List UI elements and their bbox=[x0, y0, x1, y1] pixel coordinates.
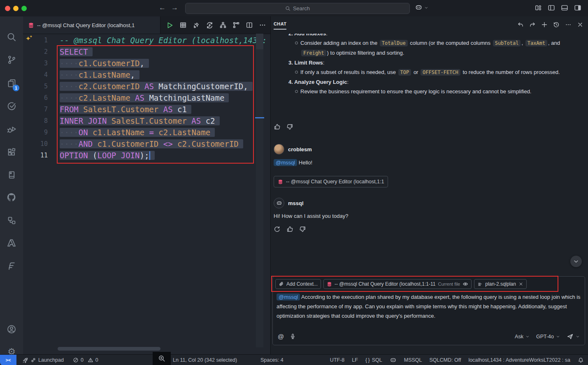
code-line: OPTION (LOOP JOIN); bbox=[60, 150, 267, 161]
chat-list-item: 4. Analyze Query Logic:Review the busine… bbox=[273, 77, 586, 96]
connection-status[interactable]: localhost,1434 : AdventureWorksLT2022 : … bbox=[468, 357, 570, 363]
connections-icon bbox=[7, 216, 16, 225]
language-mode[interactable]: { }SQL bbox=[365, 357, 382, 363]
eye-icon[interactable] bbox=[462, 281, 468, 287]
more-actions-icon[interactable] bbox=[259, 21, 266, 29]
redo-icon[interactable] bbox=[529, 21, 536, 28]
model-dropdown[interactable]: GPT-4o bbox=[536, 334, 560, 340]
sidebar-item-flyway[interactable] bbox=[0, 257, 23, 275]
horizontal-scrollbar[interactable] bbox=[58, 347, 160, 351]
sidebar-item-search[interactable] bbox=[0, 28, 23, 46]
plug-icon bbox=[30, 357, 36, 363]
account-button[interactable] bbox=[0, 320, 23, 338]
toggle-panel-icon[interactable] bbox=[561, 4, 568, 12]
editor-tab[interactable]: -- @mssql Chat Query Editor (localhost,1 bbox=[23, 16, 160, 34]
chat-list-item: 3. Limit Rows:If only a subset of result… bbox=[273, 58, 586, 77]
new-chat-icon[interactable] bbox=[541, 21, 548, 28]
more-actions-icon[interactable] bbox=[565, 21, 572, 28]
launchpad-button[interactable]: Launchpad bbox=[22, 357, 64, 363]
retry-icon[interactable] bbox=[274, 226, 281, 233]
sidebar-item-testing[interactable] bbox=[0, 97, 23, 115]
search-input[interactable]: Search bbox=[185, 3, 410, 14]
close-window-button[interactable] bbox=[5, 6, 10, 11]
copilot-icon bbox=[390, 357, 397, 364]
explorer-badge: 1 bbox=[13, 85, 19, 91]
toggle-primary-sidebar-icon[interactable] bbox=[548, 4, 555, 12]
nav-back-icon[interactable]: ← bbox=[159, 4, 166, 12]
sidebar-item-notebooks[interactable] bbox=[0, 166, 23, 184]
database-icon bbox=[327, 282, 332, 287]
cursor-position[interactable]: Ln 11, Col 20 (342 selected) bbox=[173, 357, 237, 363]
estimated-plan-icon[interactable] bbox=[219, 21, 227, 29]
launchpad-label: Launchpad bbox=[38, 357, 64, 363]
scroll-to-bottom-button[interactable] bbox=[570, 256, 582, 267]
change-connection-icon[interactable] bbox=[206, 21, 214, 29]
assistant-message-text: Hi! How can I assist you today? bbox=[274, 213, 348, 219]
tab-chat[interactable]: CHAT bbox=[274, 21, 286, 30]
code-editor[interactable]: ✦✦ 1234567891011 -- @mssql Chat Query Ed… bbox=[23, 34, 270, 354]
run-query-icon[interactable] bbox=[166, 21, 174, 29]
minimize-window-button[interactable] bbox=[13, 6, 19, 11]
code-lines: -- @mssql Chat Query Editor (localhost,1… bbox=[60, 35, 267, 161]
tab-label: -- @mssql Chat Query Editor (localhost,1 bbox=[37, 22, 135, 28]
chat-panel: CHAT 2. Add Indexes:Consider adding an i… bbox=[270, 16, 588, 354]
sidebar-item-github[interactable] bbox=[0, 188, 23, 206]
close-icon[interactable] bbox=[577, 21, 583, 28]
chat-input-box[interactable]: Add Context... -- @mssql Chat Query Edit… bbox=[272, 276, 585, 345]
context-chip-sqlplan[interactable]: plan-2.sqlplan bbox=[474, 279, 527, 289]
screen-zoom-button[interactable] bbox=[153, 352, 171, 365]
add-context-button[interactable]: Add Context... bbox=[275, 279, 321, 289]
indentation-setting[interactable]: Spaces: 4 bbox=[260, 357, 284, 363]
sidebar-item-extensions[interactable] bbox=[0, 143, 23, 161]
thumbs-up-icon[interactable] bbox=[274, 123, 281, 130]
sidebar-item-sql-connections[interactable] bbox=[0, 211, 23, 229]
sidebar-item-source-control[interactable] bbox=[0, 51, 23, 69]
sqlcmd-status[interactable]: SQLCMD: Off bbox=[430, 357, 461, 363]
mode-dropdown[interactable]: Ask bbox=[515, 334, 530, 340]
bullet-circle-icon bbox=[295, 71, 298, 74]
results-grid-icon[interactable] bbox=[179, 21, 187, 29]
disconnect-icon[interactable] bbox=[193, 21, 200, 29]
send-button[interactable] bbox=[567, 333, 580, 340]
actual-plan-icon[interactable] bbox=[232, 21, 240, 29]
toggle-secondary-sidebar-icon[interactable] bbox=[574, 4, 581, 12]
encoding-setting[interactable]: UTF-8 bbox=[330, 357, 344, 363]
sidebar-item-explorer[interactable]: 1 bbox=[0, 74, 23, 92]
split-editor-icon[interactable] bbox=[246, 21, 253, 29]
notifications-button[interactable] bbox=[578, 357, 584, 363]
minimap-scrollbar[interactable] bbox=[256, 34, 263, 347]
remote-indicator[interactable]: >< bbox=[0, 355, 16, 365]
sidebar-item-run-debug[interactable] bbox=[0, 120, 23, 138]
history-icon[interactable] bbox=[553, 21, 560, 28]
undo-icon[interactable] bbox=[517, 21, 524, 28]
copilot-status[interactable] bbox=[390, 357, 397, 364]
thumbs-down-icon[interactable] bbox=[286, 123, 293, 130]
avatar bbox=[274, 144, 284, 155]
mssql-status[interactable]: MSSQL bbox=[404, 357, 422, 363]
thumbs-down-icon[interactable] bbox=[299, 226, 306, 233]
microphone-icon[interactable] bbox=[290, 333, 296, 340]
mention-chip[interactable]: @mssql bbox=[274, 159, 297, 166]
avatar bbox=[274, 198, 284, 208]
chevron-down-icon bbox=[424, 6, 428, 10]
attachment-chip[interactable]: -- @mssql Chat Query Editor (localhost,1… bbox=[274, 176, 388, 187]
mention-button[interactable]: @ bbox=[278, 333, 284, 340]
feedback-row bbox=[274, 226, 306, 233]
chevron-down-icon bbox=[556, 335, 560, 339]
chat-list-item: 2. Add Indexes:Consider adding an index … bbox=[273, 34, 586, 58]
mention-chip[interactable]: @mssql bbox=[277, 293, 300, 300]
close-icon[interactable] bbox=[518, 282, 523, 286]
chat-input-text[interactable]: @mssql According to the execution plan s… bbox=[277, 292, 581, 321]
problems-button[interactable]: 0 0 bbox=[73, 357, 98, 363]
sidebar-item-azure[interactable] bbox=[0, 234, 23, 252]
thumbs-up-icon[interactable] bbox=[286, 226, 293, 233]
attachment-label: -- @mssql Chat Query Editor (localhost,1… bbox=[286, 179, 384, 185]
eol-setting[interactable]: LF bbox=[352, 357, 358, 363]
paperclip-icon bbox=[279, 282, 284, 287]
context-chip-current-file[interactable]: -- @mssql Chat Query Editor (localhost,1… bbox=[323, 279, 472, 289]
nav-forward-icon[interactable]: → bbox=[171, 4, 178, 12]
zoom-window-button[interactable] bbox=[21, 6, 27, 11]
extensions-icon bbox=[7, 148, 16, 157]
customize-layout-icon[interactable] bbox=[535, 4, 542, 12]
copilot-menu-button[interactable] bbox=[415, 4, 428, 12]
